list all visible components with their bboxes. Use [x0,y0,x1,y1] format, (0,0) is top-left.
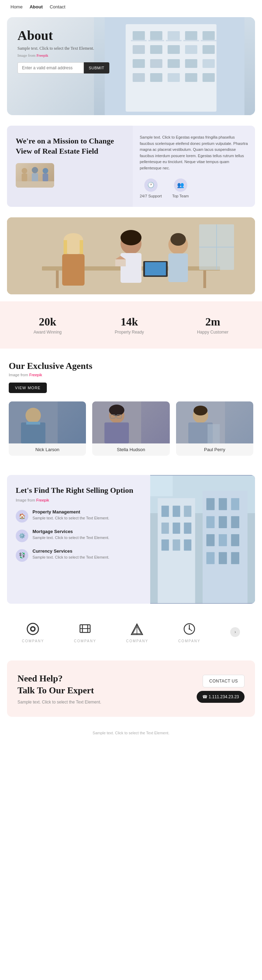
mission-image [16,163,54,188]
svg-rect-77 [184,505,191,517]
company-icon-4 [182,621,197,637]
stat-property-label: Property Ready [115,330,144,335]
agent-card-2: Stella Hudson [92,401,169,456]
service-item-1: 🏠 Property Management Sample text. Click… [16,509,142,523]
svg-rect-48 [168,253,188,282]
svg-point-27 [22,168,27,173]
nav-contact[interactable]: Contact [50,4,65,10]
svg-rect-91 [207,534,215,546]
footer: Sample text. Click to select the Text El… [0,724,262,742]
svg-rect-79 [172,522,180,533]
svg-rect-39 [62,254,85,286]
svg-rect-88 [207,516,215,528]
svg-point-111 [189,628,190,630]
agent-name-3: Paul Perry [176,444,253,456]
svg-point-100 [32,628,34,630]
svg-rect-28 [22,173,27,181]
svg-rect-87 [231,498,239,510]
stats-section: 20k Award Winning 14k Property Ready 2m … [0,301,262,348]
svg-rect-32 [43,173,48,181]
svg-rect-6 [202,31,215,40]
svg-rect-12 [133,59,145,68]
service-desc-2: Sample text. Click to select the Text El… [33,535,109,540]
svg-rect-85 [207,498,215,510]
phone-button[interactable]: ☎ 1.111.234.23.23 [197,691,245,703]
contact-us-button[interactable]: CONTACT US [203,675,245,687]
help-content: Need Help?Talk To Our Expert Sample text… [17,673,101,705]
svg-rect-20 [185,73,197,82]
selling-image-credit: Image from Freepik [16,498,142,502]
email-input[interactable] [17,62,84,73]
page-title: About [17,28,109,43]
view-more-button[interactable]: VIEW MORE [9,383,47,393]
stat-property-number: 14k [115,315,144,328]
svg-rect-75 [161,505,169,517]
agent-card-1: Nick Larson [9,401,86,456]
email-form: SUBMIT [17,62,109,73]
svg-rect-83 [184,539,191,550]
nav-home[interactable]: Home [11,4,23,10]
svg-rect-92 [219,534,227,546]
svg-rect-16 [202,59,215,68]
hero-content: About Sample text. Click to select the T… [17,28,109,73]
svg-rect-24 [166,40,181,41]
selling-freepik-link[interactable]: Freepik [36,498,49,502]
agent-photo-3 [176,401,253,444]
svg-rect-4 [167,31,180,40]
companies-next-button[interactable]: › [230,627,240,637]
hero-image-credit: Image from Freepik [17,53,109,57]
company-label-1: COMPANY [22,639,44,643]
agents-title: Our Exclusive Agents [9,361,253,371]
nav-about[interactable]: About [30,4,43,10]
stat-award-number: 20k [33,315,62,328]
help-actions: CONTACT US ☎ 1.111.234.23.23 [197,675,245,703]
svg-rect-5 [185,31,197,40]
svg-rect-96 [231,552,239,564]
mission-left-panel: We're on a Mission to Change View of Rea… [7,126,133,207]
svg-rect-7 [133,45,145,54]
support-icon: 🕐 [144,178,158,192]
svg-rect-33 [16,181,54,188]
svg-rect-81 [161,539,169,550]
agents-grid: Nick Larson Stella Hudson [9,401,253,456]
stat-customer-label: Happy Customer [197,330,229,335]
svg-rect-13 [150,59,162,68]
svg-rect-14 [167,59,180,68]
svg-rect-95 [219,552,227,564]
agent-photo-1 [9,401,86,444]
stat-customer-number: 2m [197,315,229,328]
svg-rect-26 [200,40,216,41]
agent-name-1: Nick Larson [9,444,86,456]
svg-rect-42 [80,240,83,254]
service-text-2: Mortgage Services Sample text. Click to … [33,529,109,540]
selling-section: Let's Find The Right Selling Option Imag… [7,475,255,604]
stat-customer: 2m Happy Customer [197,315,229,335]
svg-rect-90 [231,516,239,528]
service-desc-3: Sample text. Click to select the Text El… [33,555,109,560]
property-mgmt-icon: 🏠 [16,510,28,523]
svg-rect-15 [185,59,197,68]
svg-rect-80 [184,522,191,533]
svg-rect-86 [219,498,227,510]
mission-title: We're on a Mission to Change View of Rea… [16,136,124,156]
svg-point-62 [109,405,125,416]
stat-award-label: Award Winning [33,330,62,335]
company-logo-3: COMPANY [126,621,148,643]
company-label-2: COMPANY [74,639,96,643]
mission-features: 🕐 24/7 Support 👥 Top Team [140,178,248,198]
hero-section: About Sample text. Click to select the T… [7,17,255,115]
mission-body: Sample text. Click to Egestas egestas fr… [140,134,248,172]
svg-rect-22 [131,40,146,41]
mission-right-panel: Sample text. Click to Egestas egestas fr… [133,126,255,207]
svg-rect-19 [167,73,180,82]
freepik-link[interactable]: Freepik [36,53,48,57]
submit-button[interactable]: SUBMIT [84,62,109,73]
support-feature: 🕐 24/7 Support [140,178,162,198]
companies-section: COMPANY COMPANY COMPANY [0,611,262,654]
service-text-3: Currency Services Sample text. Click to … [33,549,109,560]
agents-freepik-link[interactable]: Freepik [29,373,42,377]
svg-rect-30 [32,173,38,182]
svg-rect-21 [202,73,215,82]
svg-rect-3 [150,31,162,40]
svg-point-31 [43,168,48,173]
